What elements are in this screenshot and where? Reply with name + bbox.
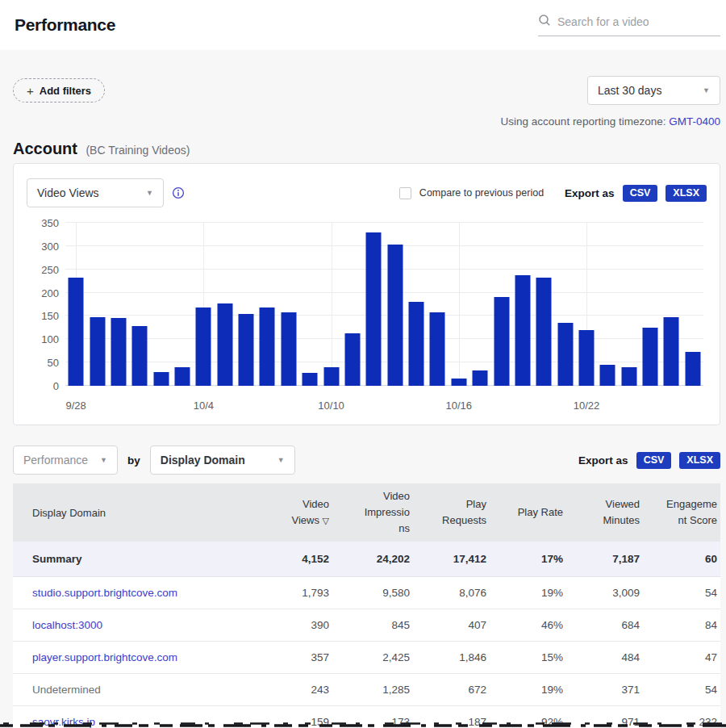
bar-10/14[interactable] [409, 302, 424, 386]
add-filters-label: Add filters [40, 85, 91, 97]
value-cell: 1,846 [423, 651, 499, 663]
by-label: by [127, 454, 140, 467]
column-header-video-views[interactable]: Video Views ▽ [279, 496, 342, 529]
chevron-down-icon: ▼ [703, 86, 710, 94]
value-cell: 357 [279, 651, 342, 663]
bar-10/2[interactable] [153, 372, 169, 386]
y-tick-label: 100 [41, 333, 59, 345]
value-cell: 672 [423, 684, 499, 696]
bar-10/19[interactable] [515, 275, 530, 386]
domain-link[interactable]: studio.support.brightcove.com [32, 587, 177, 599]
domain-link[interactable]: localhost:3000 [32, 619, 102, 631]
bar-10/27[interactable] [685, 352, 700, 386]
bar-9/30[interactable] [111, 318, 126, 386]
value-cell: 19% [499, 684, 576, 696]
date-range-select[interactable]: Last 30 days ▼ [587, 76, 720, 105]
column-header-video-impressions[interactable]: Video Impressions [342, 488, 423, 537]
bar-10/16[interactable] [451, 379, 466, 386]
table-row: studio.support.brightcove.com1,7939,5808… [13, 577, 720, 609]
domain-link[interactable]: player.support.brightcove.com [32, 651, 177, 663]
bar-10/6[interactable] [239, 314, 254, 386]
bar-10/13[interactable] [387, 245, 403, 386]
bar-10/3[interactable] [175, 367, 190, 386]
chart-export-label: Export as [565, 187, 615, 199]
summary-play-rate: 17% [499, 553, 576, 565]
info-icon[interactable] [172, 186, 185, 199]
bar-10/8[interactable] [281, 312, 296, 386]
value-cell: 9,580 [342, 587, 423, 599]
x-tick-label: 10/16 [446, 400, 473, 412]
value-cell: 845 [342, 619, 423, 631]
search-box[interactable] [538, 14, 720, 36]
gridline [65, 269, 703, 270]
metric-select[interactable]: Video Views ▼ [27, 178, 164, 207]
bar-10/24[interactable] [621, 367, 636, 386]
column-header-engagement-score[interactable]: Engagement Score [653, 496, 720, 529]
column-header-play-requests[interactable]: Play Requests [423, 496, 499, 529]
group-by-value: Display Domain [161, 454, 245, 467]
column-header-play-rate[interactable]: Play Rate [499, 504, 576, 521]
bar-10/22[interactable] [578, 330, 594, 386]
bar-10/26[interactable] [664, 317, 679, 386]
y-tick-label: 350 [41, 217, 59, 229]
value-cell: 371 [576, 684, 653, 696]
bar-10/21[interactable] [557, 323, 573, 386]
value-cell: 243 [279, 684, 342, 696]
vertical-gridline [332, 223, 332, 386]
table-row: saovr.kirks.ip15917318792%971232 [13, 706, 720, 728]
domain-text: Undetermined [32, 684, 101, 696]
bar-10/7[interactable] [260, 308, 275, 386]
gridline [65, 292, 703, 293]
bar-10/23[interactable] [600, 365, 615, 386]
x-tick-label: 10/22 [574, 400, 600, 412]
bar-10/20[interactable] [536, 278, 552, 386]
bar-10/9[interactable] [302, 373, 318, 386]
table-export-xlsx-button[interactable]: XLSX [679, 452, 720, 469]
bar-10/18[interactable] [494, 297, 509, 386]
vertical-gridline [459, 223, 460, 386]
value-cell: 684 [576, 619, 653, 631]
date-range-value: Last 30 days [598, 84, 661, 97]
value-cell: 8,076 [423, 587, 499, 599]
column-header-viewed-minutes[interactable]: Viewed Minutes [576, 496, 653, 529]
summary-play-requests: 17,412 [423, 553, 499, 565]
table-row: localhost:300039084540746%68484 [13, 609, 720, 642]
sort-descending-icon[interactable]: ▽ [323, 516, 329, 525]
search-icon [538, 14, 551, 30]
search-input[interactable] [557, 15, 720, 28]
dimension-select[interactable]: Performance ▼ [13, 446, 118, 475]
bar-9/28[interactable] [69, 278, 84, 386]
bar-9/29[interactable] [90, 317, 105, 386]
bar-10/10[interactable] [323, 367, 339, 386]
domain-cell: saovr.kirks.ip [13, 716, 279, 728]
value-cell: 407 [423, 619, 499, 631]
bar-10/5[interactable] [217, 303, 232, 386]
compare-checkbox[interactable] [399, 187, 411, 199]
value-cell: 46% [499, 619, 576, 631]
y-tick-label: 300 [41, 240, 59, 252]
value-cell: 3,009 [576, 587, 653, 599]
value-cell: 54 [653, 684, 720, 696]
value-cell: 971 [576, 716, 653, 728]
summary-viewed-minutes: 7,187 [576, 553, 653, 565]
value-cell: 84 [653, 619, 720, 631]
column-header-display-domain: Display Domain [13, 507, 279, 519]
bar-10/12[interactable] [366, 232, 382, 386]
bar-10/1[interactable] [132, 326, 148, 386]
group-by-select[interactable]: Display Domain ▼ [150, 446, 295, 475]
bar-10/15[interactable] [430, 312, 445, 386]
chart-y-axis: 350300250200150100500 [27, 223, 59, 386]
dimension-value: Performance [23, 454, 88, 467]
domain-link[interactable]: saovr.kirks.ip [32, 716, 95, 728]
domain-cell: studio.support.brightcove.com [13, 587, 279, 599]
chart-export-xlsx-button[interactable]: XLSX [666, 185, 707, 202]
bar-10/17[interactable] [473, 370, 488, 386]
gridline [65, 222, 703, 223]
bar-10/25[interactable] [643, 328, 658, 386]
add-filters-button[interactable]: + Add filters [13, 78, 105, 103]
table-export-csv-button[interactable]: CSV [636, 452, 672, 469]
timezone-link[interactable]: GMT-0400 [669, 115, 720, 128]
chart-export-csv-button[interactable]: CSV [623, 185, 658, 202]
bar-10/4[interactable] [196, 308, 211, 386]
bar-10/11[interactable] [344, 333, 360, 386]
